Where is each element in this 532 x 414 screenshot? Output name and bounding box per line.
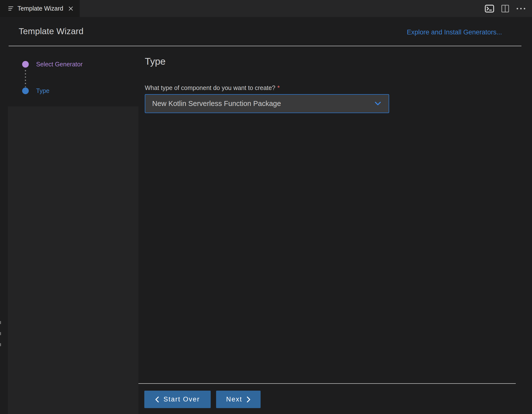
page-title: Template Wizard: [19, 26, 84, 36]
chevron-down-icon: [374, 101, 382, 106]
editor-tab-bar: Template Wizard: [0, 0, 532, 17]
footer-divider: [138, 383, 516, 384]
next-button[interactable]: Next: [216, 391, 261, 408]
step-label: Type: [36, 88, 49, 94]
required-asterisk: *: [277, 84, 280, 91]
edge-tick: [0, 321, 1, 324]
tab-bar-actions: [485, 0, 532, 17]
stepper-item-type[interactable]: Type: [22, 88, 49, 94]
terminal-icon[interactable]: [485, 4, 494, 13]
step-label: Select Generator: [36, 61, 83, 68]
edge-tick: [0, 332, 1, 335]
chevron-right-icon: [247, 396, 251, 403]
stepper-side-panel: [8, 106, 138, 414]
component-type-question: What type of component do you want to cr…: [145, 84, 280, 91]
ellipsis-icon[interactable]: [516, 4, 526, 13]
split-editor-icon[interactable]: [501, 4, 510, 13]
tab-title: Template Wizard: [17, 5, 63, 12]
step-connector-dots: [25, 70, 26, 87]
tab-template-wizard[interactable]: Template Wizard: [0, 0, 80, 17]
next-label: Next: [226, 396, 242, 403]
header-divider: [9, 46, 521, 46]
component-type-select[interactable]: New Kotlin Serverless Function Package: [145, 94, 389, 113]
question-text: What type of component do you want to cr…: [145, 84, 275, 91]
step-dot-select-generator: [22, 61, 29, 68]
start-over-button[interactable]: Start Over: [144, 391, 211, 408]
wizard-lines-icon: [8, 6, 13, 11]
step-dot-type: [22, 88, 29, 94]
edge-tick: [0, 343, 1, 346]
stepper-item-select-generator[interactable]: Select Generator: [22, 61, 83, 68]
step-heading: Type: [145, 56, 166, 67]
close-icon[interactable]: [67, 5, 74, 12]
explore-generators-link[interactable]: Explore and Install Generators...: [407, 29, 502, 36]
chevron-left-icon: [155, 396, 159, 403]
template-wizard-window: Template Wizard: [0, 0, 532, 414]
tab-bar-spacer: [80, 0, 485, 17]
start-over-label: Start Over: [163, 396, 200, 403]
selected-component-type: New Kotlin Serverless Function Package: [152, 100, 374, 108]
